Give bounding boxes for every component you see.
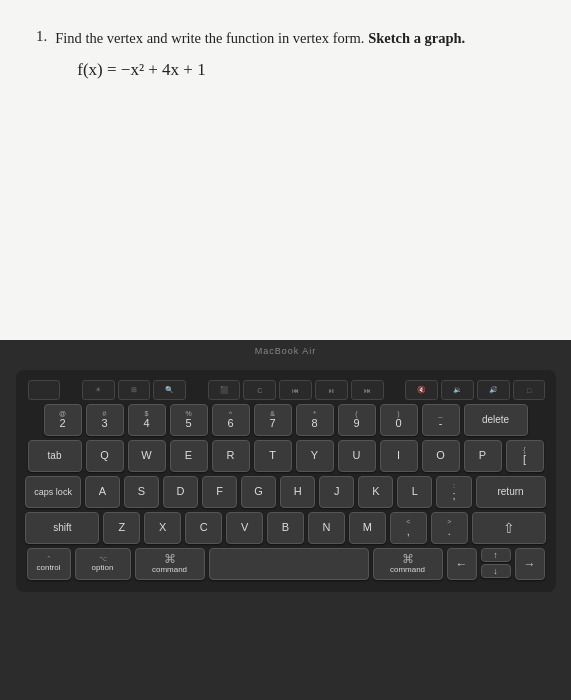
question-number: 1. <box>36 28 47 45</box>
key-5[interactable]: % 5 <box>170 404 208 436</box>
key-i[interactable]: I <box>380 440 418 472</box>
key-k[interactable]: K <box>358 476 393 508</box>
key-3[interactable]: # 3 <box>86 404 124 436</box>
key-j[interactable]: J <box>319 476 354 508</box>
key-m[interactable]: M <box>349 512 386 544</box>
key-comma[interactable]: <, <box>390 512 427 544</box>
key-t[interactable]: T <box>254 440 292 472</box>
key-r[interactable]: R <box>212 440 250 472</box>
fn-key-f2[interactable]: ☀ <box>82 380 115 400</box>
key-c[interactable]: C <box>185 512 222 544</box>
key-h[interactable]: H <box>280 476 315 508</box>
key-4[interactable]: $ 4 <box>128 404 166 436</box>
key-arrow-up[interactable]: ↑ <box>481 548 511 562</box>
key-y[interactable]: Y <box>296 440 334 472</box>
key-2[interactable]: @ 2 <box>44 404 82 436</box>
fn-key-f8[interactable]: ⏯ <box>315 380 348 400</box>
key-control[interactable]: ⌃ control <box>27 548 71 580</box>
keyboard: ☀ ⊞ 🔍 ⬛ C ⏮ ⏯ ⏭ 🔇 🔉 🔊 □ @ 2 # 3 <box>16 370 556 592</box>
key-arrow-right[interactable]: → <box>515 548 545 580</box>
key-x[interactable]: X <box>144 512 181 544</box>
fn-key-f5[interactable]: ⬛ <box>208 380 241 400</box>
key-command-right[interactable]: ⌘ command <box>373 548 443 580</box>
key-w[interactable]: W <box>128 440 166 472</box>
zxcv-row: shift Z X C V B N M <, >. ⇧ <box>26 512 546 544</box>
key-bracket-open[interactable]: {[ <box>506 440 544 472</box>
key-b[interactable]: B <box>267 512 304 544</box>
key-return[interactable]: return <box>476 476 546 508</box>
key-command-left[interactable]: ⌘ command <box>135 548 205 580</box>
key-n[interactable]: N <box>308 512 345 544</box>
key-a[interactable]: A <box>85 476 120 508</box>
fn-key-f4[interactable]: 🔍 <box>153 380 186 400</box>
key-s[interactable]: S <box>124 476 159 508</box>
fn-key-f7[interactable]: ⏮ <box>279 380 312 400</box>
key-e[interactable]: E <box>170 440 208 472</box>
key-l[interactable]: L <box>397 476 432 508</box>
key-delete[interactable]: delete <box>464 404 528 436</box>
question-line: 1. Find the vertex and write the functio… <box>36 28 535 80</box>
key-q[interactable]: Q <box>86 440 124 472</box>
question-text: Find the vertex and write the function i… <box>55 30 465 46</box>
key-semicolon[interactable]: :; <box>436 476 471 508</box>
key-d[interactable]: D <box>163 476 198 508</box>
fn-key-f11[interactable]: 🔉 <box>441 380 474 400</box>
fn-key-f9[interactable]: ⏭ <box>351 380 384 400</box>
key-shift-right[interactable]: ⇧ <box>472 512 546 544</box>
key-period[interactable]: >. <box>431 512 468 544</box>
key-6[interactable]: ^ 6 <box>212 404 250 436</box>
key-minus[interactable]: _ - <box>422 404 460 436</box>
key-caps-lock[interactable]: caps lock <box>25 476 80 508</box>
macbook-label: MacBook Air <box>255 346 317 356</box>
fn-key-f6[interactable]: C <box>243 380 276 400</box>
fn-row: ☀ ⊞ 🔍 ⬛ C ⏮ ⏯ ⏭ 🔇 🔉 🔊 □ <box>26 380 546 400</box>
key-arrow-left[interactable]: ← <box>447 548 477 580</box>
key-shift-left[interactable]: shift <box>25 512 99 544</box>
fn-key-f10[interactable]: 🔇 <box>405 380 438 400</box>
key-space[interactable] <box>209 548 369 580</box>
fn-key-f3[interactable]: ⊞ <box>118 380 151 400</box>
fn-key-f12[interactable]: 🔊 <box>477 380 510 400</box>
key-v[interactable]: V <box>226 512 263 544</box>
fn-key-touchid[interactable]: □ <box>513 380 546 400</box>
number-row: @ 2 # 3 $ 4 % 5 ^ 6 & 7 <box>26 404 546 436</box>
bottom-row: ⌃ control ⌥ option ⌘ command ⌘ command ←… <box>26 548 546 580</box>
key-option[interactable]: ⌥ option <box>75 548 131 580</box>
key-8[interactable]: * 8 <box>296 404 334 436</box>
key-p[interactable]: P <box>464 440 502 472</box>
key-tab[interactable]: tab <box>28 440 82 472</box>
key-7[interactable]: & 7 <box>254 404 292 436</box>
qwerty-row: tab Q W E R T Y U I O P {[ <box>26 440 546 472</box>
key-z[interactable]: Z <box>103 512 140 544</box>
asdf-row: caps lock A S D F G H J K L :; return <box>26 476 546 508</box>
key-g[interactable]: G <box>241 476 276 508</box>
key-9[interactable]: ( 9 <box>338 404 376 436</box>
key-u[interactable]: U <box>338 440 376 472</box>
macbook-body: MacBook Air ☀ ⊞ 🔍 ⬛ C ⏮ ⏯ ⏭ 🔇 🔉 🔊 □ @ 2 <box>0 340 571 700</box>
key-f[interactable]: F <box>202 476 237 508</box>
document-area: 1. Find the vertex and write the functio… <box>0 0 571 340</box>
key-o[interactable]: O <box>422 440 460 472</box>
key-arrow-down[interactable]: ↓ <box>481 564 511 578</box>
key-0[interactable]: ) 0 <box>380 404 418 436</box>
fn-key-esc[interactable] <box>28 380 61 400</box>
formula-line: f(x) = −x² + 4x + 1 <box>77 60 465 80</box>
